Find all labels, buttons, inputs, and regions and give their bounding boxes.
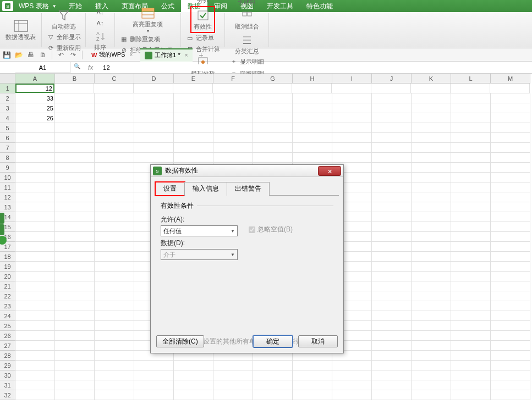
cell[interactable] [411,84,451,93]
cell[interactable] [372,113,412,123]
cell[interactable] [213,133,253,143]
dialog-tab-input-msg[interactable]: 输入信息 [184,182,227,196]
cell[interactable] [253,370,293,380]
cell[interactable] [451,143,491,153]
cell[interactable] [332,153,372,163]
cell[interactable] [372,370,412,380]
cell[interactable] [15,331,55,341]
col-header[interactable]: H [293,74,332,84]
cell[interactable] [372,192,412,202]
print-icon[interactable]: 🖶 [26,51,35,59]
cell[interactable] [15,301,55,311]
cell[interactable] [134,84,173,93]
cell[interactable] [451,281,491,291]
cell[interactable] [451,272,491,281]
save-icon[interactable]: 💾 [2,51,11,59]
cell[interactable] [332,103,372,113]
cell[interactable] [55,262,95,272]
cell[interactable] [412,262,451,272]
row-header[interactable]: 1 [0,84,15,93]
cell[interactable] [412,281,451,291]
cell[interactable] [253,103,293,113]
cell[interactable] [372,143,412,153]
cell[interactable] [95,212,134,222]
cell[interactable] [451,262,491,272]
group-button[interactable]: 创建组 [235,0,258,7]
cell[interactable] [332,361,372,370]
cell[interactable] [372,212,412,222]
cell[interactable] [174,390,213,400]
cell[interactable] [15,153,55,163]
cell[interactable] [213,93,253,103]
cell[interactable] [55,272,95,281]
cell[interactable] [491,232,530,242]
cell[interactable] [213,113,253,123]
cell[interactable] [213,84,253,93]
cell[interactable] [95,341,134,351]
cell[interactable] [372,281,412,291]
cell[interactable] [174,380,213,390]
row-header[interactable]: 18 [0,252,15,262]
cell[interactable] [134,103,174,113]
undo-icon[interactable]: ↶ [57,51,65,59]
cell[interactable] [451,192,491,202]
autofilter-button[interactable]: 自动筛选 [50,7,78,32]
cell[interactable] [451,301,491,311]
cell[interactable] [55,361,95,370]
cell[interactable]: 26 [15,113,55,123]
cell[interactable] [293,113,332,123]
cell[interactable] [412,163,451,173]
cell[interactable] [134,93,174,103]
row-header[interactable]: 25 [0,321,15,331]
row-header[interactable]: 23 [0,301,15,311]
cell[interactable] [15,390,55,400]
row-header[interactable]: 24 [0,311,15,321]
cell[interactable] [412,341,451,351]
cell[interactable] [372,173,412,182]
row-header[interactable]: 12 [0,192,15,202]
cell[interactable] [15,222,55,232]
cell[interactable] [372,202,412,212]
cell[interactable] [412,103,451,113]
cell[interactable] [174,361,213,370]
cell[interactable] [332,133,372,143]
col-header[interactable]: A [15,74,55,84]
cell[interactable] [491,143,530,153]
cell[interactable] [95,103,134,113]
cell[interactable] [55,252,95,262]
name-box[interactable]: A1 [15,62,70,73]
col-header[interactable]: D [134,74,174,84]
cell[interactable] [213,153,253,163]
cell[interactable] [55,370,95,380]
doc-tab-workbook1[interactable]: 工作簿1 * × [140,48,192,62]
cell[interactable] [253,84,292,93]
cell[interactable] [95,390,134,400]
cell[interactable] [451,232,491,242]
cell[interactable] [491,133,530,143]
row-header[interactable]: 7 [0,143,15,153]
cell[interactable] [412,291,451,301]
cell[interactable] [15,252,55,262]
cell[interactable] [134,133,174,143]
cell[interactable] [95,242,134,252]
cell[interactable] [253,380,293,390]
cell[interactable] [95,113,134,123]
close-tab-icon[interactable]: × [185,52,188,58]
cell[interactable] [95,202,134,212]
cell[interactable] [412,93,451,103]
cell[interactable] [332,370,372,380]
cell[interactable] [15,291,55,301]
cell[interactable] [55,113,95,123]
cell[interactable] [134,361,174,370]
cell[interactable] [134,390,174,400]
cell[interactable] [95,173,134,182]
cell[interactable] [451,341,491,351]
cell[interactable] [134,123,174,133]
cell[interactable] [213,123,253,133]
cell[interactable] [412,232,451,242]
cell[interactable] [491,212,530,222]
cell[interactable] [491,390,530,400]
cell[interactable] [55,173,95,182]
cell[interactable] [15,143,55,153]
cell[interactable] [412,153,451,163]
